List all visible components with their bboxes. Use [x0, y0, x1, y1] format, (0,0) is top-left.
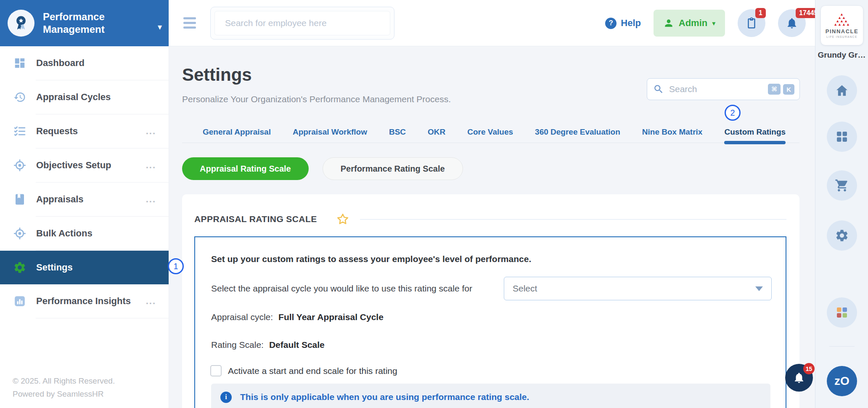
admin-label: Admin [679, 18, 707, 29]
clipboard-badge: 1 [755, 8, 766, 18]
appraisal-cycle-label: Appraisal cycle: [211, 312, 273, 322]
org-logo-card[interactable]: ▲ ▲▲ ▲▲▲ ▲▲▲▲ PINNACLE LIFE INSURANCE [821, 6, 863, 45]
bell-icon [793, 371, 805, 384]
tab-nine-box-matrix[interactable]: Nine Box Matrix [642, 121, 703, 143]
info-banner: i This is only applicable when you are u… [211, 384, 770, 408]
appraisal-cycle-select[interactable]: Select [504, 277, 772, 300]
sidebar-item-appraisals[interactable]: Appraisals ... [0, 183, 169, 216]
sidebar-item-label: Bulk Actions [36, 228, 93, 239]
home-button[interactable] [827, 75, 857, 106]
tasks-button-wrap: 1 [738, 9, 765, 37]
apps-grid-button[interactable] [827, 122, 857, 152]
tab-360-degree-evaluation[interactable]: 360 Degree Evaluation [535, 121, 620, 143]
target-icon [13, 158, 27, 172]
settings-rail-button[interactable] [827, 220, 857, 251]
info-icon: i [220, 392, 232, 403]
sidebar-item-label: Appraisal Cycles [36, 92, 111, 103]
employee-search-input[interactable] [214, 11, 390, 35]
target-icon [13, 226, 27, 241]
info-text: This is only applicable when you are usi… [240, 392, 529, 402]
app-switcher-button[interactable] [827, 297, 857, 328]
page-title: Settings [182, 65, 252, 85]
book-bookmark-icon [13, 192, 27, 207]
history-cycle-icon [13, 90, 27, 104]
copyright-text: © 2025. All Rights Reserved. [13, 374, 115, 387]
tab-custom-ratings[interactable]: Custom Ratings [724, 121, 786, 143]
org-logo-name: PINNACLE [826, 28, 858, 34]
performance-rating-scale-button[interactable]: Performance Rating Scale [323, 157, 463, 180]
annotation-number: 1 [173, 262, 178, 271]
chevron-down-icon: ▾ [158, 22, 162, 32]
app-brand[interactable]: Performance Management ▾ [0, 0, 169, 46]
settings-search-input[interactable] [669, 84, 765, 94]
sidebar-item-appraisal-cycles[interactable]: Appraisal Cycles [0, 80, 169, 114]
admin-menu-button[interactable]: Admin ▾ [654, 10, 725, 37]
home-icon [835, 83, 849, 98]
floating-bell-badge: 15 [803, 363, 815, 374]
sidebar-item-label: Performance Insights [36, 296, 131, 307]
help-link[interactable]: ? Help [605, 18, 641, 29]
org-name: Grundy Gr… [815, 50, 868, 60]
medal-icon [8, 10, 34, 37]
section-rule [360, 219, 786, 220]
sidebar: Performance Management ▾ Dashboard Appra… [0, 0, 169, 408]
app-root: { "app": { "title": "Performance Managem… [0, 0, 868, 408]
rating-scale-card: Set up your custom ratings to assess you… [194, 236, 786, 408]
activate-scale-checkbox[interactable] [210, 365, 222, 376]
sidebar-item-bulk-actions[interactable]: Bulk Actions [0, 217, 169, 250]
topbar: ? Help Admin ▾ 1 17445 [169, 0, 815, 46]
sidebar-item-performance-insights[interactable]: Performance Insights ... [0, 284, 169, 318]
powered-by-text: Powered by SeamlessHR [13, 387, 115, 400]
annotation-step-2: 2 [725, 105, 741, 121]
tab-okr[interactable]: OKR [428, 121, 445, 143]
activate-scale-row: Activate a start and end scale for this … [210, 365, 397, 376]
dashboard-icon [13, 56, 27, 70]
sidebar-item-requests[interactable]: Requests ... [0, 114, 169, 148]
sidebar-footer: © 2025. All Rights Reserved. Powered by … [13, 374, 115, 400]
appraisal-rating-scale-button[interactable]: Appraisal Rating Scale [182, 157, 309, 180]
sidebar-item-label: Settings [36, 262, 73, 273]
sidebar-item-label: Dashboard [36, 58, 85, 69]
bar-chart-icon [13, 294, 27, 308]
activate-scale-label: Activate a start and end scale for this … [228, 366, 397, 376]
hamburger-menu-icon[interactable] [183, 17, 196, 31]
marketplace-button[interactable] [827, 170, 857, 201]
gear-wrench-icon [835, 228, 849, 243]
main-content: Settings Personalize Your Organization's… [169, 46, 815, 408]
appraisal-cycle-value: Full Year Appraisal Cycle [278, 312, 384, 322]
rating-scale-value: Default Scale [269, 340, 325, 350]
sidebar-item-objectives-setup[interactable]: Objectives Setup ... [0, 148, 169, 182]
cycle-select-label: Select the appraisal cycle you would lik… [211, 283, 472, 294]
more-options-icon[interactable]: ... [146, 130, 156, 133]
more-options-icon[interactable]: ... [146, 198, 156, 201]
sidebar-item-settings[interactable]: Settings [0, 251, 169, 284]
tab-core-values[interactable]: Core Values [467, 121, 513, 143]
colored-grid-icon [835, 306, 849, 319]
sidebar-item-label: Appraisals [36, 194, 84, 205]
topbar-actions: ? Help Admin ▾ 1 17445 [605, 0, 806, 46]
bell-icon [786, 17, 798, 29]
question-mark-icon: ? [605, 18, 617, 29]
floating-notification-bell[interactable]: 15 [785, 364, 813, 392]
help-label: Help [621, 18, 641, 29]
tab-general-appraisal[interactable]: General Appraisal [203, 121, 271, 143]
settings-search-box: ⌘ K [647, 78, 800, 100]
sidebar-item-dashboard[interactable]: Dashboard [0, 46, 169, 80]
annotation-number: 2 [730, 108, 735, 118]
app-title: Performance Management [43, 11, 131, 36]
settings-tabs: General Appraisal Appraisal Workflow BSC… [182, 121, 799, 143]
user-avatar[interactable]: zO [827, 366, 857, 396]
more-options-icon[interactable]: ... [146, 164, 156, 167]
tab-appraisal-workflow[interactable]: Appraisal Workflow [293, 121, 367, 143]
checklist-icon [13, 124, 27, 138]
appraisal-rating-scale-panel: APPRAISAL RATING SCALE Set up your custo… [182, 194, 799, 408]
tab-bsc[interactable]: BSC [389, 121, 406, 143]
employee-search-box [210, 7, 394, 40]
rating-scale-label: Rating Scale: [211, 340, 264, 350]
rating-scale-row: Rating Scale: Default Scale [211, 340, 325, 350]
select-value: Select [513, 283, 537, 294]
more-options-icon[interactable]: ... [146, 299, 156, 303]
grid-icon [835, 130, 849, 143]
sidebar-menu: Dashboard Appraisal Cycles Requests ... [0, 46, 169, 318]
page-subtitle: Personalize Your Organization's Performa… [182, 94, 451, 104]
